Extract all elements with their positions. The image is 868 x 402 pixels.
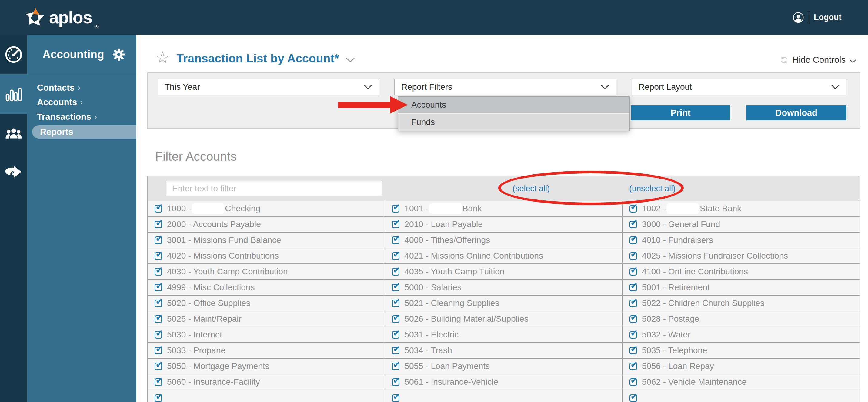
table-row: ✔4030 - Youth Camp Contribution✔4035 - Y…: [148, 264, 860, 280]
account-cell: ✔5061 - Insurance-Vehicle: [385, 374, 622, 390]
sidebar-item-transactions[interactable]: Transactions›: [27, 110, 136, 124]
account-checkbox-checked[interactable]: ✔: [629, 315, 637, 323]
check-icon: ✔: [393, 203, 400, 212]
registered-mark: ®: [94, 23, 98, 30]
account-checkbox-checked[interactable]: ✔: [155, 300, 162, 307]
account-checkbox-checked[interactable]: ✔: [392, 315, 399, 323]
account-checkbox-checked[interactable]: ✔: [392, 268, 399, 276]
account-checkbox-checked[interactable]: ✔: [155, 347, 162, 354]
account-checkbox-checked[interactable]: ✔: [629, 363, 637, 370]
account-checkbox-checked[interactable]: ✔: [155, 237, 162, 244]
account-checkbox-checked[interactable]: ✔: [629, 221, 637, 228]
account-label: 5055 - Loan Payments: [404, 361, 490, 371]
account-checkbox-checked[interactable]: ✔: [392, 300, 399, 307]
account-checkbox-checked[interactable]: ✔: [392, 378, 399, 386]
account-checkbox-checked[interactable]: ✔: [629, 237, 637, 244]
account-cell: ✔1000 - Checking: [148, 201, 385, 216]
hide-controls-toggle[interactable]: Hide Controls: [779, 55, 857, 65]
rail-item-people[interactable]: [0, 114, 27, 153]
account-checkbox-checked[interactable]: ✔: [629, 205, 637, 213]
account-label: 5020 - Office Supplies: [167, 298, 250, 308]
account-checkbox-checked[interactable]: ✔: [392, 221, 399, 228]
check-icon: ✔: [155, 266, 163, 275]
account-checkbox-checked[interactable]: ✔: [629, 252, 637, 260]
date-range-select[interactable]: This Year: [158, 79, 379, 95]
print-button[interactable]: Print: [631, 105, 730, 120]
check-icon: ✔: [155, 282, 163, 290]
account-checkbox-checked[interactable]: ✔: [155, 252, 162, 260]
account-cell: ✔5028 - Postage: [623, 311, 860, 327]
account-checkbox-checked[interactable]: ✔: [392, 395, 399, 402]
report-filters-select[interactable]: Report Filters: [394, 79, 616, 95]
account-checkbox-checked[interactable]: ✔: [392, 205, 399, 213]
favorite-star-icon[interactable]: ☆: [155, 50, 170, 66]
rail-item-accounting[interactable]: [0, 74, 27, 114]
title-chevron-down-icon[interactable]: [345, 57, 355, 63]
table-row: ✔5060 - Insurance-Facility✔5061 - Insura…: [148, 374, 860, 390]
sidebar-item-contacts[interactable]: Contacts›: [27, 80, 136, 95]
check-icon: ✔: [393, 345, 400, 353]
account-checkbox-checked[interactable]: ✔: [629, 378, 637, 386]
account-checkbox-checked[interactable]: ✔: [629, 331, 637, 339]
gear-icon[interactable]: [113, 48, 125, 61]
account-checkbox-checked[interactable]: ✔: [629, 268, 637, 276]
account-label: 4999 - Misc Collections: [167, 283, 255, 292]
sidebar-item-reports[interactable]: Reports: [32, 125, 136, 138]
aplos-logo[interactable]: aplos ®: [25, 0, 98, 35]
download-button[interactable]: Download: [746, 105, 846, 120]
account-cell: ✔5022 - Children Church Supplies: [623, 296, 860, 311]
menu-option-funds[interactable]: Funds: [398, 114, 629, 131]
account-checkbox-checked[interactable]: ✔: [392, 237, 399, 244]
sidebar-item-label: Contacts: [37, 83, 74, 93]
filter-text-input[interactable]: [166, 181, 382, 196]
check-icon: ✔: [393, 250, 400, 259]
account-cell: ✔5034 - Trash: [385, 343, 622, 358]
account-label: 4000 - Tithes/Offerings: [404, 235, 490, 245]
account-checkbox-checked[interactable]: ✔: [629, 347, 637, 354]
account-checkbox-checked[interactable]: ✔: [392, 284, 399, 291]
table-row: ✔5030 - Internet✔5031 - Electric✔5032 - …: [148, 327, 860, 343]
account-label: 1002 - State Bank: [642, 203, 741, 214]
logout-link[interactable]: Logout: [814, 13, 841, 22]
chevron-down-icon: [831, 85, 839, 89]
account-checkbox-checked[interactable]: ✔: [155, 395, 162, 402]
bar-chart-icon: [5, 86, 22, 102]
chevron-down-icon: [849, 59, 857, 63]
account-checkbox-checked[interactable]: ✔: [155, 268, 162, 276]
account-cell: ✔5032 - Water: [623, 327, 860, 342]
account-cell: ✔5020 - Office Supplies: [148, 296, 385, 311]
check-icon: ✔: [155, 203, 163, 212]
check-icon: ✔: [155, 219, 163, 227]
menu-option-accounts[interactable]: Accounts: [398, 97, 629, 114]
account-checkbox-checked[interactable]: ✔: [629, 300, 637, 307]
account-checkbox-checked[interactable]: ✔: [155, 284, 162, 291]
account-checkbox-checked[interactable]: ✔: [629, 395, 637, 402]
rail-item-dashboard[interactable]: [0, 35, 27, 74]
account-checkbox-checked[interactable]: ✔: [155, 221, 162, 228]
account-checkbox-checked[interactable]: ✔: [629, 284, 637, 291]
account-checkbox-checked[interactable]: ✔: [155, 378, 162, 386]
account-checkbox-checked[interactable]: ✔: [392, 347, 399, 354]
account-checkbox-checked[interactable]: ✔: [392, 331, 399, 339]
module-title: Accounting: [42, 48, 104, 61]
table-row: ✔2000 - Accounts Payable✔2010 - Loan Pay…: [148, 217, 860, 233]
account-checkbox-checked[interactable]: ✔: [155, 315, 162, 323]
avatar-icon[interactable]: [793, 12, 804, 23]
account-checkbox-checked[interactable]: ✔: [155, 363, 162, 370]
account-label: 1001 - Bank: [404, 203, 482, 214]
account-cell: ✔5000 - Salaries: [385, 280, 622, 295]
report-layout-select[interactable]: Report Layout: [631, 79, 846, 95]
account-cell: ✔4010 - Fundraisers: [623, 233, 860, 248]
check-icon: ✔: [393, 219, 400, 227]
account-checkbox-checked[interactable]: ✔: [392, 363, 399, 370]
account-label: 5062 - Vehicle Maintenance: [642, 377, 747, 387]
account-checkbox-checked[interactable]: ✔: [392, 252, 399, 260]
check-icon: ✔: [630, 203, 638, 212]
rail-item-efile[interactable]: e: [0, 153, 27, 192]
account-cell: ✔4100 - OnLine Contributions: [623, 264, 860, 279]
sidebar-item-accounts[interactable]: Accounts›: [27, 95, 136, 110]
account-cell: ✔5056 - Loan Repay: [623, 359, 860, 374]
account-checkbox-checked[interactable]: ✔: [155, 205, 162, 213]
check-icon: ✔: [393, 266, 400, 275]
account-checkbox-checked[interactable]: ✔: [155, 331, 162, 339]
